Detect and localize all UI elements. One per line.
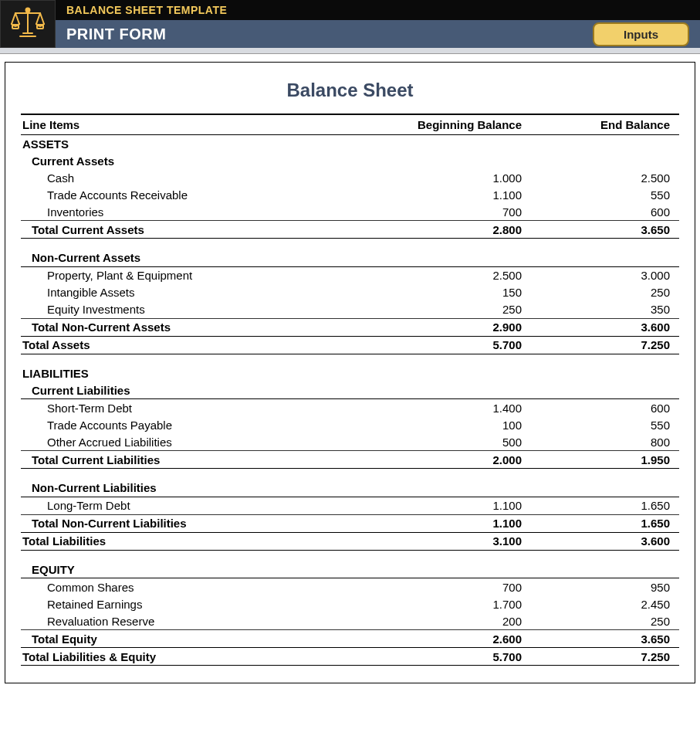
section-heading: EQUITY (21, 561, 679, 578)
subtotal-row: Total Equity2.6003.650 (21, 630, 679, 648)
sheet-title: Balance Sheet (21, 80, 679, 101)
total-row: Total Liabilities3.1003.600 (21, 532, 679, 550)
table-row: Common Shares700950 (21, 578, 679, 596)
table-row: Other Accrued Liabilities500800 (21, 433, 679, 451)
header-bar: BALANCE SHEET TEMPLATE PRINT FORM Inputs (0, 0, 700, 48)
table-row: Long-Term Debt1.1001.650 (21, 497, 679, 514)
template-label: BALANCE SHEET TEMPLATE (66, 4, 227, 16)
balance-sheet: Balance Sheet Line Items Beginning Balan… (5, 62, 695, 683)
svg-line-6 (40, 13, 44, 24)
page-title: PRINT FORM (66, 25, 166, 43)
section-heading: ASSETS (21, 135, 679, 153)
sub-heading: Current Liabilities (21, 381, 679, 399)
subtotal-row: Total Non-Current Assets2.9003.600 (21, 318, 679, 336)
svg-line-3 (12, 13, 15, 24)
subtotal-row: Total Non-Current Liabilities1.1001.650 (21, 514, 679, 532)
subtotal-row: Total Current Assets2.8003.650 (21, 221, 679, 239)
section-heading: LIABILITIES (21, 364, 679, 381)
balance-table: Line Items Beginning Balance End Balance… (21, 114, 679, 666)
total-row: Total Assets5.7007.250 (21, 336, 679, 354)
col-header-end: End Balance (531, 114, 679, 135)
logo (0, 0, 56, 48)
col-header-begin: Beginning Balance (383, 114, 531, 135)
table-row: Trade Accounts Receivable1.100550 (21, 186, 679, 203)
total-row: Total Liabilities & Equity5.7007.250 (21, 648, 679, 666)
table-row: Short-Term Debt1.400600 (21, 399, 679, 417)
table-row: Property, Plant & Equipment2.5003.000 (21, 266, 679, 284)
table-row: Cash1.0002.500 (21, 169, 679, 186)
scales-icon (9, 5, 46, 42)
header-divider (0, 48, 700, 54)
svg-point-2 (26, 8, 30, 12)
sub-heading: Current Assets (21, 152, 679, 169)
col-header-items: Line Items (21, 114, 383, 135)
subtotal-row: Total Current Liabilities2.0001.950 (21, 451, 679, 469)
svg-line-5 (36, 13, 40, 24)
table-row: Equity Investments250350 (21, 301, 679, 319)
table-row: Revaluation Reserve200250 (21, 612, 679, 630)
table-row: Retained Earnings1.7002.450 (21, 595, 679, 612)
table-row: Inventories700600 (21, 203, 679, 221)
table-row: Trade Accounts Payable100550 (21, 416, 679, 433)
sub-heading: Non-Current Assets (21, 249, 679, 267)
svg-line-4 (15, 13, 19, 24)
sub-heading: Non-Current Liabilities (21, 480, 679, 497)
inputs-button[interactable]: Inputs (593, 22, 689, 46)
table-row: Intangible Assets150250 (21, 284, 679, 301)
